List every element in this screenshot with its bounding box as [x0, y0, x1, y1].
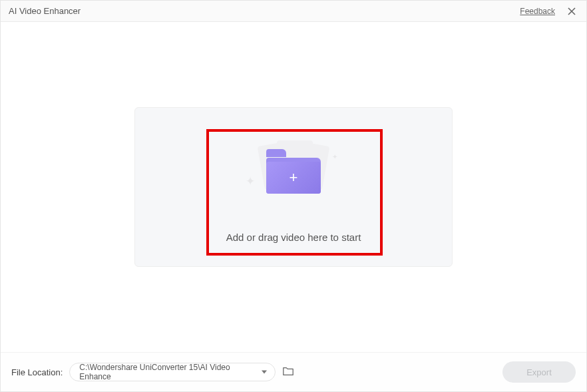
dropzone-label: Add or drag video here to start: [226, 232, 361, 243]
file-location-label: File Location:: [11, 367, 63, 377]
file-location-path: C:\Wondershare UniConverter 15\AI Video …: [79, 363, 255, 381]
file-location-select[interactable]: C:\Wondershare UniConverter 15\AI Video …: [69, 363, 276, 381]
folder-icon: [282, 366, 294, 377]
chevron-down-icon: [262, 371, 267, 374]
close-icon: [567, 7, 576, 16]
titlebar: AI Video Enhancer Feedback: [1, 1, 586, 22]
feedback-link[interactable]: Feedback: [520, 7, 555, 16]
sparkle-icon: ✦: [332, 153, 337, 160]
folder-icon: +: [266, 154, 321, 194]
plus-icon: +: [290, 170, 298, 185]
video-dropzone[interactable]: ✦ ✦ + Add or drag video here to start: [134, 107, 453, 267]
sparkle-icon: ✦: [246, 174, 255, 188]
export-button[interactable]: Export: [502, 361, 576, 383]
browse-folder-button[interactable]: [282, 366, 295, 378]
footer: File Location: C:\Wondershare UniConvert…: [1, 352, 586, 391]
app-title: AI Video Enhancer: [9, 6, 520, 16]
close-button[interactable]: [565, 5, 578, 18]
main-area: ✦ ✦ + Add or drag video here to start: [1, 22, 586, 352]
folder-illustration: ✦ ✦ +: [247, 136, 340, 202]
